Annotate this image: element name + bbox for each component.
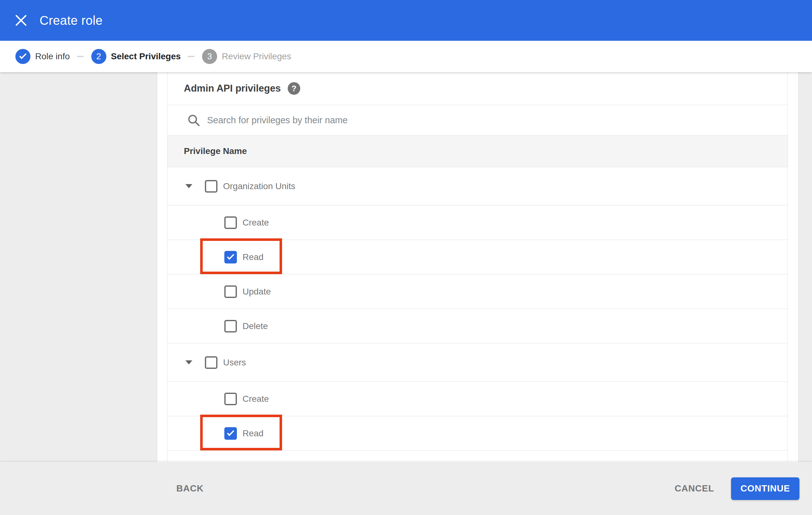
search-icon <box>187 114 200 127</box>
step-1-circle <box>16 49 30 64</box>
checkbox-users-create[interactable] <box>224 393 237 405</box>
row-label: Create <box>242 394 269 404</box>
cancel-button[interactable]: CANCEL <box>674 483 714 494</box>
checkbox-orgunits-delete[interactable] <box>224 320 237 332</box>
main-content: Admin API privileges ? Privilege Name Or… <box>0 72 812 462</box>
row-label: Read <box>242 428 264 438</box>
checkbox-orgunits-update[interactable] <box>224 285 237 298</box>
checkbox-orgunits-read[interactable] <box>224 251 237 264</box>
search-input[interactable] <box>207 115 787 125</box>
privileges-card: Admin API privileges ? Privilege Name Or… <box>157 72 799 462</box>
child-row-orgunits-update: Update <box>168 274 787 309</box>
row-label: Create <box>242 218 269 228</box>
group-row-organization-units: Organization Units <box>168 167 787 206</box>
step-2-label: Select Privileges <box>111 52 181 61</box>
search-row <box>168 105 787 135</box>
step-3-label: Review Privileges <box>222 52 291 61</box>
annotation-highlight-box <box>200 238 282 274</box>
stepper-connector <box>187 56 195 57</box>
step-2-circle: 2 <box>91 49 106 64</box>
collapse-triangle-icon[interactable] <box>185 360 192 364</box>
checkbox-users[interactable] <box>205 356 218 369</box>
close-icon[interactable] <box>15 14 27 26</box>
privileges-table: Admin API privileges ? Privilege Name Or… <box>167 72 788 462</box>
group-row-users: Users <box>168 343 787 382</box>
section-header: Admin API privileges ? <box>168 72 787 105</box>
annotation-highlight-box <box>200 415 282 450</box>
child-row-orgunits-read: Read <box>168 240 787 274</box>
dialog-title: Create role <box>39 13 103 28</box>
step-1-label: Role info <box>35 52 70 61</box>
checkbox-organization-units[interactable] <box>205 180 218 192</box>
child-row-users-create: Create <box>168 382 787 416</box>
stepper: Role info 2 Select Privileges 3 Review P… <box>0 41 812 72</box>
child-row-orgunits-delete: Delete <box>168 309 787 343</box>
back-button[interactable]: BACK <box>176 483 204 494</box>
checkmark-icon <box>19 52 26 59</box>
help-icon[interactable]: ? <box>288 82 300 95</box>
checkmark-icon <box>227 252 234 260</box>
dialog-header: Create role <box>0 0 812 41</box>
stepper-step-select-privileges[interactable]: 2 Select Privileges <box>91 49 181 64</box>
collapse-triangle-icon[interactable] <box>185 184 192 188</box>
row-label: Users <box>223 358 246 368</box>
checkbox-orgunits-create[interactable] <box>224 216 237 229</box>
step-3-circle: 3 <box>202 49 217 64</box>
child-row-orgunits-create: Create <box>168 206 787 240</box>
checkbox-users-read[interactable] <box>224 427 237 440</box>
child-row-users-read: Read <box>168 416 787 451</box>
row-label: Delete <box>242 321 268 331</box>
continue-button[interactable]: CONTINUE <box>731 477 800 500</box>
checkmark-icon <box>227 428 234 436</box>
row-label: Update <box>242 287 271 297</box>
section-title: Admin API privileges <box>184 83 281 94</box>
row-label: Organization Units <box>223 181 295 191</box>
column-header: Privilege Name <box>168 135 787 167</box>
stepper-connector <box>77 56 84 57</box>
stepper-step-role-info[interactable]: Role info <box>16 49 70 64</box>
footer-bar: BACK CANCEL CONTINUE <box>0 462 812 515</box>
stepper-step-review-privileges[interactable]: 3 Review Privileges <box>202 49 291 64</box>
row-label: Read <box>242 252 264 262</box>
